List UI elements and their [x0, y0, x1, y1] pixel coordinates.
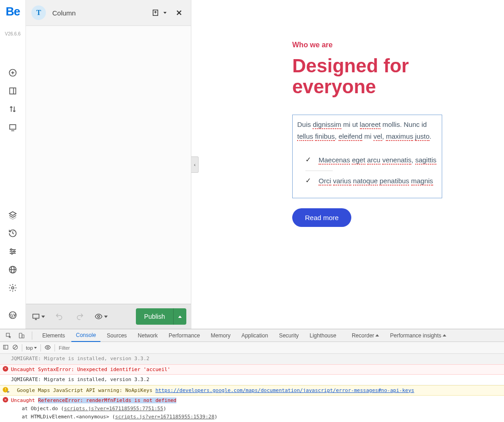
console-row[interactable]: JQMIGRATE: Migrate is installed, version… — [0, 375, 504, 385]
element-title: Column — [52, 9, 76, 17]
svg-rect-31 — [22, 335, 24, 338]
devtools-tabs: ElementsConsoleSourcesNetworkPerformance… — [0, 329, 504, 342]
devtools-tab[interactable]: Memory — [206, 330, 235, 342]
devtools-tab[interactable]: Sources — [102, 330, 131, 342]
svg-point-18 — [12, 287, 14, 289]
svg-marker-22 — [164, 12, 167, 14]
devtools-tab[interactable]: Security — [274, 330, 303, 342]
subtitle: Who we are — [292, 41, 490, 49]
inspect-icon[interactable] — [4, 332, 14, 339]
devtools-tab[interactable]: Application — [237, 330, 273, 342]
svg-rect-30 — [19, 333, 22, 338]
devtools-tab[interactable]: Performance insights — [385, 330, 451, 342]
wordpress-icon[interactable] — [4, 306, 22, 324]
devtools-tab[interactable]: Network — [133, 330, 162, 342]
devtools-tab[interactable]: Recorder — [347, 330, 384, 342]
read-more-button[interactable]: Read more — [292, 208, 351, 227]
swap-icon[interactable] — [4, 100, 22, 118]
console-row[interactable]: ×Uncaught SyntaxError: Unexpected identi… — [0, 364, 504, 375]
logo: Be — [5, 5, 20, 19]
svg-point-13 — [14, 251, 15, 252]
undo-icon[interactable] — [51, 309, 67, 324]
svg-rect-25 — [33, 314, 39, 318]
panel-header: T Column — [26, 0, 191, 26]
svg-marker-8 — [10, 212, 16, 216]
add-icon[interactable] — [4, 64, 22, 82]
dropdown-icon[interactable] — [162, 6, 168, 19]
preview-icon[interactable] — [93, 309, 109, 324]
publish-dropdown[interactable] — [173, 308, 186, 325]
globe-icon[interactable] — [4, 261, 22, 279]
svg-point-12 — [10, 249, 12, 250]
list-item: ✓Maecenas eget arcu venenatis, sagittis — [305, 150, 437, 171]
clear-console-icon[interactable] — [12, 344, 18, 351]
svg-rect-6 — [10, 125, 15, 129]
layers-icon[interactable] — [4, 206, 22, 224]
check-icon: ✓ — [305, 155, 311, 166]
live-expression-icon[interactable] — [45, 344, 51, 352]
page-title: Designed for everyone — [292, 55, 490, 97]
console-row[interactable]: !▶ Google Maps JavaScript API warning: N… — [0, 385, 504, 396]
close-icon[interactable] — [173, 6, 185, 19]
console-toolbar: top — [0, 342, 504, 354]
console-row[interactable]: JQMIGRATE: Migrate is installed, version… — [0, 354, 504, 364]
devtools-tab[interactable]: Elements — [38, 330, 70, 342]
filter-input[interactable] — [59, 345, 501, 351]
page-content: Who we are Designed for everyone Duis di… — [191, 0, 504, 241]
export-icon[interactable] — [149, 6, 162, 19]
sidebar-panel: T Column Publish — [26, 0, 191, 329]
console-log[interactable]: JQMIGRATE: Migrate is installed, version… — [0, 354, 504, 422]
panel-body — [26, 26, 191, 304]
settings-sliders-icon[interactable] — [4, 242, 22, 261]
devtools-tab[interactable]: Lighthouse — [305, 330, 341, 342]
svg-point-28 — [97, 316, 100, 318]
redo-icon[interactable] — [72, 309, 88, 324]
device-icon[interactable] — [16, 332, 26, 339]
selected-column[interactable]: Duis dignissim mi ut laoreet mollis. Nun… — [292, 115, 442, 198]
collapse-panel-icon[interactable]: ‹ — [191, 156, 199, 173]
canvas: ‹ Who we are Designed for everyone Duis … — [191, 0, 504, 329]
devtools-tab[interactable]: Performance — [164, 330, 205, 342]
publish-button[interactable]: Publish — [136, 308, 173, 325]
element-type-icon: T — [31, 5, 46, 20]
context-selector[interactable]: top — [26, 345, 37, 351]
left-rail: Be V26.6.6 — [0, 0, 26, 329]
list-item: ✓Orci varius natoque penatibus magnis — [305, 171, 437, 191]
template-icon[interactable] — [4, 118, 22, 136]
responsive-icon[interactable] — [30, 309, 46, 324]
version-label: V26.6.6 — [5, 31, 20, 36]
panel-footer: Publish — [26, 304, 191, 329]
devtools: ElementsConsoleSourcesNetworkPerformance… — [0, 329, 504, 422]
paragraph[interactable]: Duis dignissim mi ut laoreet mollis. Nun… — [297, 119, 437, 142]
svg-point-14 — [11, 253, 13, 254]
console-row[interactable]: ×Uncaught ReferenceError: renderMfnField… — [0, 396, 504, 422]
svg-rect-32 — [4, 345, 8, 349]
svg-point-36 — [47, 347, 49, 348]
devtools-tab[interactable]: Console — [71, 329, 100, 342]
svg-line-35 — [14, 346, 17, 349]
svg-rect-3 — [10, 88, 15, 94]
gear-icon[interactable] — [4, 279, 22, 297]
console-sidebar-icon[interactable] — [3, 344, 9, 351]
section-icon[interactable] — [4, 82, 22, 100]
check-icon: ✓ — [305, 176, 311, 187]
checklist[interactable]: ✓Maecenas eget arcu venenatis, sagittis✓… — [305, 150, 437, 191]
history-icon[interactable] — [4, 224, 22, 242]
